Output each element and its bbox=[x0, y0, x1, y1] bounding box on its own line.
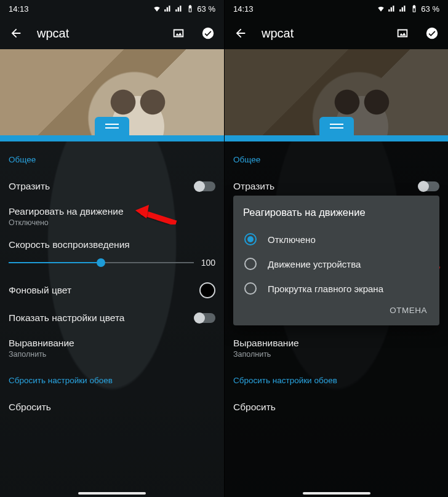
apply-button[interactable] bbox=[423, 25, 441, 42]
signal-icon bbox=[388, 4, 396, 13]
section-reset: Сбросить настройки обоев bbox=[9, 376, 215, 385]
align-label: Выравнивание bbox=[9, 338, 215, 349]
check-circle-icon bbox=[201, 26, 215, 40]
sheet-drag-handle bbox=[319, 117, 354, 135]
align-value: Заполнить bbox=[9, 350, 215, 359]
bgcolor-label: Фоновый цвет bbox=[9, 285, 199, 296]
dialog-title: Реагировать на движение bbox=[243, 207, 430, 218]
wallpaper-preview[interactable] bbox=[0, 49, 224, 135]
battery-pct: 63 % bbox=[197, 4, 215, 14]
wifi-icon bbox=[377, 4, 385, 13]
arrow-back-icon bbox=[9, 26, 23, 40]
row-reset: Сбросить bbox=[233, 394, 439, 421]
option-label: Отключено bbox=[268, 234, 316, 245]
wallpaper-icon bbox=[396, 26, 409, 40]
toolbar-title: wpcat bbox=[262, 26, 382, 41]
motion-dialog: Реагировать на движение Отключено Движен… bbox=[233, 196, 439, 325]
option-label: Движение устройства bbox=[268, 259, 361, 269]
colorsettings-label: Показать настройки цвета bbox=[9, 312, 194, 324]
row-speed: Скорость воспроизведения 100 bbox=[9, 233, 215, 276]
battery-icon bbox=[186, 4, 194, 13]
dialog-option-device-motion[interactable]: Движение устройства bbox=[243, 252, 430, 276]
colorsettings-toggle[interactable] bbox=[194, 313, 215, 323]
mirror-label: Отразить bbox=[233, 181, 418, 192]
svg-point-0 bbox=[202, 28, 214, 39]
sheet-drag-handle[interactable] bbox=[95, 117, 129, 135]
dialog-option-disabled[interactable]: Отключено bbox=[243, 227, 430, 252]
back-button[interactable] bbox=[232, 25, 249, 42]
row-colorsettings[interactable]: Показать настройки цвета bbox=[9, 304, 215, 332]
radio-icon bbox=[244, 233, 257, 245]
radio-icon bbox=[244, 282, 257, 295]
mirror-toggle[interactable] bbox=[194, 181, 215, 191]
align-value: Заполнить bbox=[233, 350, 439, 359]
speed-label: Скорость воспроизведения bbox=[9, 239, 215, 250]
nav-handle[interactable] bbox=[78, 492, 146, 495]
dialog-option-home-scroll[interactable]: Прокрутка главного экрана bbox=[243, 276, 430, 301]
toolbar: wpcat bbox=[0, 17, 224, 49]
speed-slider[interactable] bbox=[9, 262, 194, 263]
row-align: Выравнивание Заполнить bbox=[233, 332, 439, 365]
status-icons: 63 % bbox=[153, 4, 215, 14]
status-bar: 14:13 63 % bbox=[225, 0, 448, 17]
wallpaper-mode-button[interactable] bbox=[170, 25, 187, 42]
settings-list: Общее Отразить Реагировать на движение О… bbox=[0, 141, 224, 421]
sheet-top-bar bbox=[0, 135, 224, 141]
status-time: 14:13 bbox=[233, 4, 254, 14]
arrow-back-icon bbox=[234, 26, 247, 40]
section-reset: Сбросить настройки обоев bbox=[233, 376, 439, 385]
battery-pct: 63 % bbox=[421, 4, 439, 14]
nav-handle[interactable] bbox=[303, 492, 370, 495]
apply-button[interactable] bbox=[199, 25, 217, 42]
motion-label: Реагировать на движение bbox=[9, 206, 215, 217]
section-general: Общее bbox=[9, 155, 215, 164]
screen-left: 14:13 63 % wpcat Общее Отразить bbox=[0, 0, 224, 497]
motion-value: Отключено bbox=[9, 218, 215, 227]
signal-icon-2 bbox=[399, 4, 407, 13]
reset-label: Сбросить bbox=[233, 402, 276, 413]
back-button[interactable] bbox=[7, 25, 25, 42]
wallpaper-preview bbox=[225, 49, 448, 135]
option-label: Прокрутка главного экрана bbox=[268, 284, 383, 294]
wallpaper-mode-button[interactable] bbox=[394, 25, 411, 42]
wallpaper-icon bbox=[172, 26, 185, 40]
toolbar: wpcat bbox=[225, 17, 448, 49]
signal-icon bbox=[164, 4, 172, 13]
mirror-label: Отразить bbox=[9, 181, 194, 192]
row-mirror[interactable]: Отразить bbox=[9, 173, 215, 200]
row-align[interactable]: Выравнивание Заполнить bbox=[9, 332, 215, 365]
dialog-cancel-button[interactable]: ОТМЕНА bbox=[390, 306, 427, 315]
svg-point-1 bbox=[426, 28, 438, 39]
status-icons: 63 % bbox=[377, 4, 439, 14]
wifi-icon bbox=[153, 4, 161, 13]
status-time: 14:13 bbox=[9, 4, 29, 14]
speed-value: 100 bbox=[201, 258, 215, 268]
row-motion[interactable]: Реагировать на движение Отключено bbox=[9, 200, 215, 233]
signal-icon-2 bbox=[175, 4, 183, 13]
status-bar: 14:13 63 % bbox=[0, 0, 224, 17]
bgcolor-swatch[interactable] bbox=[199, 282, 215, 298]
row-bgcolor[interactable]: Фоновый цвет bbox=[9, 276, 215, 304]
sheet-top-bar bbox=[225, 135, 448, 141]
section-general: Общее bbox=[233, 155, 439, 164]
mirror-toggle bbox=[418, 181, 439, 191]
battery-icon bbox=[410, 4, 418, 13]
toolbar-title: wpcat bbox=[37, 26, 158, 41]
radio-icon bbox=[244, 258, 257, 270]
align-label: Выравнивание bbox=[233, 338, 439, 349]
row-reset[interactable]: Сбросить bbox=[9, 394, 215, 421]
screen-right: 14:13 63 % wpcat Общее Отразить bbox=[224, 0, 448, 497]
reset-label: Сбросить bbox=[9, 402, 51, 413]
check-circle-icon bbox=[425, 26, 439, 40]
